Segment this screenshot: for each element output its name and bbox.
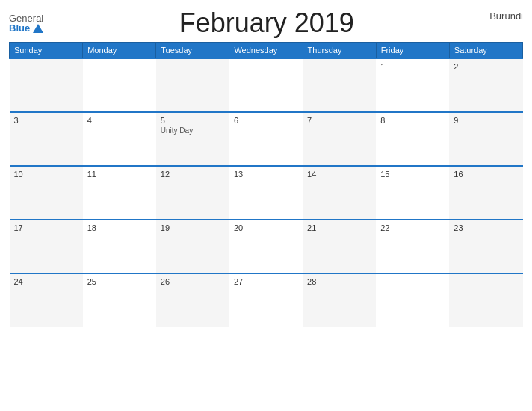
calendar-cell: 24 [10, 274, 83, 327]
header-friday: Friday [376, 43, 449, 59]
calendar-cell: 2 [449, 58, 522, 112]
day-number: 10 [14, 170, 78, 179]
header-monday: Monday [83, 43, 156, 59]
calendar-cell: 23 [449, 220, 522, 274]
calendar-cell [449, 274, 522, 327]
header-tuesday: Tuesday [156, 43, 229, 59]
calendar-cell: 21 [303, 220, 376, 274]
header-sunday: Sunday [10, 43, 83, 59]
day-number: 13 [234, 170, 298, 179]
day-number: 19 [161, 223, 225, 232]
day-number: 2 [454, 62, 518, 71]
calendar-cell: 7 [303, 112, 376, 166]
calendar-cell: 15 [376, 166, 449, 220]
day-number: 27 [234, 277, 298, 286]
day-number: 3 [14, 116, 78, 125]
calendar-cell: 5Unity Day [156, 112, 229, 166]
calendar-row: 345Unity Day6789 [10, 112, 523, 166]
calendar-cell: 10 [10, 166, 83, 220]
calendar-cell [303, 58, 376, 112]
calendar-cell: 12 [156, 166, 229, 220]
day-number: 12 [161, 170, 225, 179]
calendar-row: 2425262728 [10, 274, 523, 327]
calendar-cell: 4 [83, 112, 156, 166]
calendar-cell: 16 [449, 166, 522, 220]
calendar-cell [10, 58, 83, 112]
calendar-cell: 13 [229, 166, 303, 220]
calendar-cell [156, 58, 229, 112]
calendar-cell: 25 [83, 274, 156, 327]
calendar-cell [83, 58, 156, 112]
day-number: 18 [87, 223, 152, 232]
calendar-row: 12 [10, 58, 523, 112]
day-number: 7 [307, 116, 371, 125]
calendar-cell: 11 [83, 166, 156, 220]
calendar-cell: 26 [156, 274, 229, 327]
header-saturday: Saturday [449, 43, 522, 59]
calendar-cell: 14 [303, 166, 376, 220]
calendar-cell: 17 [10, 220, 83, 274]
day-number: 25 [87, 277, 152, 286]
day-number: 26 [161, 277, 225, 286]
day-number: 9 [454, 116, 518, 125]
calendar-row: 10111213141516 [10, 166, 523, 220]
calendar-cell: 22 [376, 220, 449, 274]
calendar-wrapper: General Blue February 2019 Burundi Sunda… [0, 0, 532, 411]
country-label: Burundi [489, 7, 523, 22]
day-number: 8 [380, 116, 445, 125]
calendar-cell: 6 [229, 112, 303, 166]
day-number: 22 [380, 223, 445, 232]
day-number: 5 [161, 116, 225, 125]
day-number: 15 [380, 170, 445, 179]
calendar-cell: 19 [156, 220, 229, 274]
calendar-cell: 20 [229, 220, 303, 274]
calendar-cell: 3 [10, 112, 83, 166]
calendar-cell [376, 274, 449, 327]
calendar-cell: 28 [303, 274, 376, 327]
calendar-table: Sunday Monday Tuesday Wednesday Thursday… [9, 42, 523, 327]
header-wednesday: Wednesday [229, 43, 303, 59]
day-number: 6 [234, 116, 298, 125]
calendar-row: 17181920212223 [10, 220, 523, 274]
day-number: 24 [14, 277, 78, 286]
day-number: 1 [380, 62, 445, 71]
calendar-header: General Blue February 2019 Burundi [9, 7, 523, 39]
day-number: 20 [234, 223, 298, 232]
logo-blue-text: Blue [9, 23, 43, 33]
calendar-cell: 8 [376, 112, 449, 166]
day-number: 4 [87, 116, 152, 125]
weekday-header-row: Sunday Monday Tuesday Wednesday Thursday… [10, 43, 523, 59]
calendar-cell: 27 [229, 274, 303, 327]
logo-triangle-icon [33, 24, 43, 33]
calendar-title: February 2019 [43, 7, 489, 39]
day-number: 14 [307, 170, 371, 179]
logo: General Blue [9, 13, 43, 33]
day-number: 21 [307, 223, 371, 232]
day-number: 16 [454, 170, 518, 179]
calendar-cell: 1 [376, 58, 449, 112]
day-number: 17 [14, 223, 78, 232]
day-number: 23 [454, 223, 518, 232]
day-number: 28 [307, 277, 371, 286]
header-thursday: Thursday [303, 43, 376, 59]
day-number: 11 [87, 170, 152, 179]
event-label: Unity Day [161, 126, 225, 135]
calendar-cell: 18 [83, 220, 156, 274]
calendar-cell [229, 58, 303, 112]
calendar-cell: 9 [449, 112, 522, 166]
